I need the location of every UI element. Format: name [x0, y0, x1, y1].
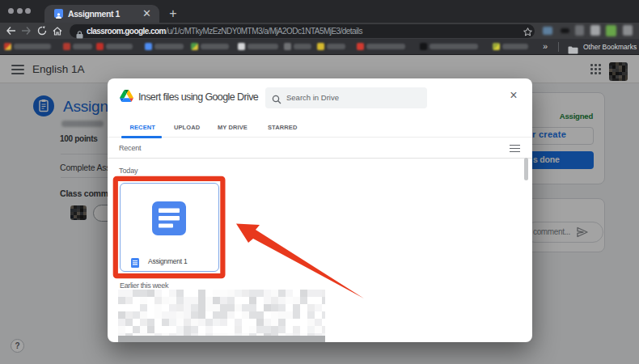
bookmark-favicon[interactable] [63, 43, 70, 50]
bookmark-label-redacted[interactable] [14, 44, 51, 49]
bookmark-label-redacted[interactable] [106, 44, 133, 49]
traffic-light-zoom-button[interactable] [25, 8, 31, 14]
bookmark-label-redacted[interactable] [502, 44, 528, 49]
bookmark-label-redacted[interactable] [248, 44, 278, 49]
dialog-title: Insert files using Google Drive [138, 78, 258, 115]
group-label-earlier: Earlier this week [120, 281, 168, 290]
bookmark-favicon[interactable] [4, 43, 11, 50]
browser-menu-icon[interactable] [623, 25, 633, 36]
bookmark-label-redacted[interactable] [366, 44, 405, 49]
google-docs-small-icon [131, 256, 139, 266]
bookmark-label-redacted[interactable] [430, 44, 478, 49]
bookmark-favicon[interactable] [317, 43, 324, 50]
picker-section-row: Recent [108, 138, 532, 159]
bookmark-favicon[interactable] [284, 43, 291, 50]
browser-tab[interactable]: Assignment 1 ✕ [44, 5, 159, 23]
bookmark-label-redacted[interactable] [327, 44, 345, 49]
url-path: /u/1/c/MTkyMzEzNDY0MTM3/a/MjA2ODc1NTA5Mj… [166, 27, 362, 36]
bookmarks-divider [558, 42, 559, 52]
search-icon [272, 93, 281, 103]
bookmarks-bar: » Other Bookmarks [0, 39, 639, 55]
bookmark-star-icon[interactable] [523, 26, 533, 36]
lock-icon [76, 28, 83, 36]
other-bookmarks-label[interactable]: Other Bookmarks [583, 39, 637, 55]
bookmark-label-redacted[interactable] [73, 44, 92, 49]
drive-file-name: Assignment 1 [148, 253, 188, 269]
extension-icon[interactable] [543, 27, 552, 35]
bookmark-label-redacted[interactable] [201, 44, 229, 49]
close-dialog-icon[interactable]: × [504, 86, 523, 105]
bookmark-favicon[interactable] [96, 43, 104, 50]
bookmark-favicon[interactable] [357, 43, 364, 50]
address-bar[interactable]: classroom.google.com/u/1/c/MTkyMzEzNDY0M… [70, 24, 535, 38]
traffic-light-close-button[interactable] [8, 8, 14, 14]
blurred-file-thumbnails [118, 290, 325, 336]
drive-search-placeholder: Search in Drive [286, 87, 339, 108]
forward-icon[interactable] [20, 23, 32, 39]
bookmark-favicon[interactable] [145, 43, 152, 50]
list-view-icon[interactable] [510, 144, 520, 153]
tab-favicon-icon [54, 9, 63, 18]
browser-toolbar: classroom.google.com/u/1/c/MTkyMzEzNDY0M… [0, 23, 639, 39]
google-docs-icon [152, 201, 186, 235]
bookmark-label-redacted[interactable] [154, 44, 184, 49]
new-tab-button[interactable]: + [164, 5, 182, 23]
extension-icon[interactable] [606, 25, 616, 36]
back-icon[interactable] [5, 23, 16, 39]
reload-icon[interactable] [36, 23, 48, 39]
bookmark-favicon[interactable] [493, 43, 500, 50]
group-label-today: Today [119, 167, 138, 175]
bookmark-label-redacted[interactable] [294, 44, 311, 49]
drive-file-card[interactable]: Assignment 1 [120, 183, 219, 272]
blurred-thumbnail-bottom [118, 336, 325, 342]
extension-icon[interactable] [561, 28, 569, 33]
browser-tab-strip: Assignment 1 ✕ + [0, 0, 639, 23]
picker-tabs: RECENT UPLOAD MY DRIVE STARRED [108, 117, 532, 138]
url-text: classroom.google.com/u/1/c/MTkyMzEzNDY0M… [87, 24, 362, 38]
tab-my-drive[interactable]: MY DRIVE [218, 117, 248, 137]
tab-close-icon[interactable]: ✕ [142, 5, 151, 23]
extension-icon[interactable] [590, 25, 600, 36]
tab-recent[interactable]: RECENT [130, 117, 155, 137]
screen: Assignment 1 ✕ + classroom.google.com/u/… [0, 0, 639, 364]
extension-icon[interactable] [575, 25, 584, 36]
tab-starred[interactable]: STARRED [268, 117, 297, 137]
traffic-light-minimize-button[interactable] [17, 8, 23, 14]
section-header: Recent [119, 138, 141, 159]
tab-title: Assignment 1 [68, 5, 120, 23]
bookmark-favicon[interactable] [191, 43, 198, 50]
tab-upload[interactable]: UPLOAD [174, 117, 200, 137]
bookmarks-overflow-chevron[interactable]: » [543, 39, 548, 55]
home-icon[interactable] [52, 23, 63, 39]
scrollbar-thumb[interactable] [524, 158, 528, 180]
bookmark-favicon[interactable] [420, 43, 427, 50]
drive-search-box[interactable]: Search in Drive [265, 87, 427, 108]
url-host: classroom.google.com [87, 27, 166, 36]
bookmark-favicon[interactable] [238, 43, 245, 50]
google-drive-logo-icon [120, 90, 133, 102]
drive-picker-dialog: Insert files using Google Drive Search i… [108, 78, 532, 342]
other-bookmarks-folder-icon [568, 43, 578, 51]
